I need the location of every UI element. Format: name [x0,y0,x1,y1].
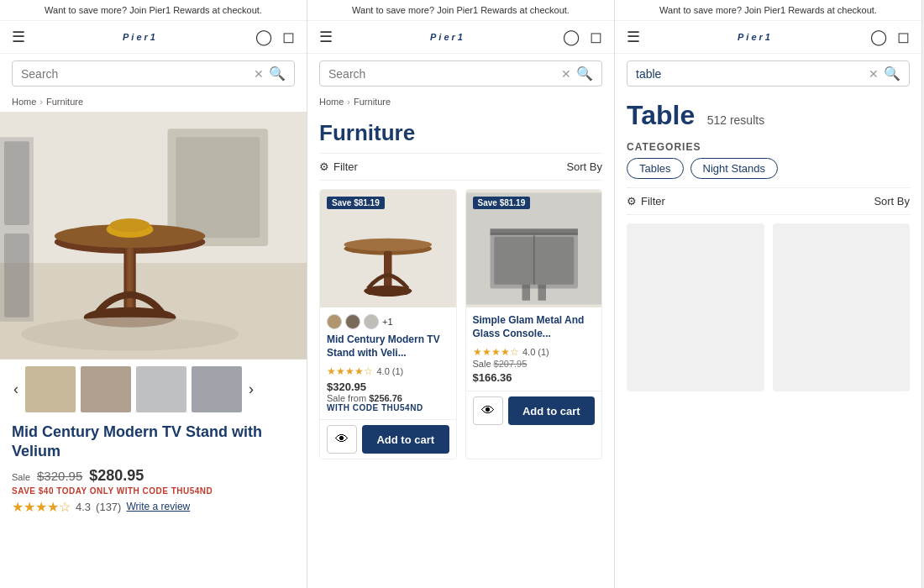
search-input-2[interactable] [328,67,556,81]
product-card-body-2: Simple Glam Metal And Glass Console... ★… [466,307,602,391]
search-results-header: Table 512 results [627,93,910,134]
quick-view-btn-2[interactable]: 👁 [473,396,503,425]
header-icons-1: ◯ ◻ [255,28,295,46]
review-count: (137) [96,501,121,513]
search-page-content: Table 512 results CATEGORIES Tables Nigh… [615,93,921,588]
search-clear-1[interactable]: ✕ [254,67,264,81]
filter-button-3[interactable]: ⚙ Filter [627,195,665,207]
sort-button-2[interactable]: Sort By [566,160,602,173]
price-sale: $280.95 [89,467,144,485]
svg-point-7 [110,218,150,232]
product-card-image-1: Save $81.19 [320,190,456,307]
search-submit-3[interactable]: 🔍 [884,66,900,81]
product-main-image [0,112,307,360]
svg-rect-26 [538,285,546,301]
swatch-1c[interactable] [364,314,379,329]
rating-number: 4.3 [76,501,91,513]
filter-bar-2: ⚙ Filter Sort By [319,153,602,181]
product-card-1: Save $81.19 +1 [319,189,457,459]
thumbnail-4[interactable] [192,366,242,412]
rating-row: ★★★★☆ 4.3 (137) Write a review [12,499,295,515]
search-submit-2[interactable]: 🔍 [576,66,593,81]
sort-button-3[interactable]: Sort By [874,195,910,207]
svg-rect-25 [522,285,530,301]
star-rating: ★★★★☆ [12,499,71,515]
search-submit-1[interactable]: 🔍 [269,66,286,81]
next-thumb-btn[interactable]: › [247,381,255,398]
breadcrumb-home-1[interactable]: Home [12,97,36,107]
header-icons-3: ◯ ◻ [870,28,910,46]
card-rating-2: 4.0 (1) [522,347,549,357]
cart-icon[interactable]: ◻ [282,28,295,46]
svg-rect-9 [124,248,136,315]
price-label: Sale [12,472,30,482]
furniture-page-content: Furniture ⚙ Filter Sort By Save $81.19 [307,112,614,588]
category-pills: Tables Night Stands [627,158,910,179]
search-input-3[interactable] [636,67,864,81]
account-icon-2[interactable]: ◯ [563,28,580,46]
logo-1: Pier1 [32,32,249,42]
card-rating-row-1: ★★★★☆ 4.0 (1) [327,363,449,378]
thumbnail-2[interactable] [81,366,131,412]
swatch-1b[interactable] [345,314,360,329]
svg-point-17 [344,239,433,251]
svg-rect-13 [4,141,29,225]
promo-bar-3: Want to save more? Join Pier1 Rewards at… [615,0,921,21]
category-pill-tables[interactable]: Tables [627,158,684,179]
product-image-svg [0,112,307,360]
add-to-cart-btn-1[interactable]: Add to cart [362,425,449,454]
breadcrumb-furniture-1[interactable]: Furniture [46,97,83,107]
hamburger-icon-2[interactable]: ☰ [319,28,333,46]
product-card-body-1: +1 Mid Century Modern TV Stand with Veli… [320,307,456,419]
breadcrumb-home-2[interactable]: Home [319,97,344,107]
logo-3: Pier1 [647,32,864,42]
promo-bar-2: Want to save more? Join Pier1 Rewards at… [307,0,614,21]
card-actions-2: 👁 Add to cart [466,391,602,430]
header-3: ☰ Pier1 ◯ ◻ [615,21,921,54]
category-pill-nightstands[interactable]: Night Stands [690,158,778,179]
thumbnail-1[interactable] [25,366,76,412]
quick-view-btn-1[interactable]: 👁 [327,425,357,454]
card-promo-code-1: WITH CODE THU54ND [327,403,449,412]
search-term-display: Table [627,100,695,130]
search-filter-bar: ⚙ Filter Sort By [627,187,910,215]
card-title-2: Simple Glam Metal And Glass Console... [473,314,596,340]
logo-2: Pier1 [339,32,556,42]
panel-product-detail: Want to save more? Join Pier1 Rewards at… [0,0,307,588]
swatch-1a[interactable] [327,314,342,329]
thumbnail-3[interactable] [136,366,186,412]
add-to-cart-btn-2[interactable]: Add to cart [508,396,596,425]
promo-bar-1: Want to save more? Join Pier1 Rewards at… [0,0,307,21]
card-price-1: $320.95 [327,381,449,393]
search-bar-2: ✕ 🔍 [319,60,602,87]
furniture-page-title: Furniture [319,112,602,153]
prev-thumb-btn[interactable]: ‹ [12,381,20,398]
panel-furniture-browse: Want to save more? Join Pier1 Rewards at… [307,0,615,588]
loading-card-2 [773,223,911,391]
filter-icon-3: ⚙ [627,195,637,207]
product-card-image-2: Save $81.19 [466,190,602,307]
account-icon-3[interactable]: ◯ [870,28,887,46]
account-icon[interactable]: ◯ [255,28,272,46]
hamburger-icon[interactable]: ☰ [12,28,25,46]
cart-icon-2[interactable]: ◻ [590,28,602,46]
breadcrumb-furniture-2[interactable]: Furniture [354,97,391,107]
hamburger-icon-3[interactable]: ☰ [627,28,640,46]
search-clear-3[interactable]: ✕ [869,67,879,81]
filter-button-2[interactable]: ⚙ Filter [319,160,358,173]
product-card-2: Save $81.19 Simple Glam Metal And Glass … [465,189,603,459]
cart-icon-3[interactable]: ◻ [897,28,910,46]
svg-point-11 [21,318,239,351]
swatch-more-1[interactable]: +1 [382,317,393,327]
color-swatches-1: +1 [327,314,449,329]
search-clear-2[interactable]: ✕ [561,67,571,81]
header-icons-2: ◯ ◻ [563,28,602,46]
filter-icon-2: ⚙ [319,160,329,173]
save-badge-2: Save $81.19 [473,197,531,209]
write-review-link[interactable]: Write a review [126,501,190,512]
breadcrumb-2: Home › Furniture [307,93,614,112]
panel-search-results: Want to save more? Join Pier1 Rewards at… [615,0,922,588]
price-original: $320.95 [37,469,82,483]
card-stars-2: ★★★★☆ [473,346,519,358]
search-input-1[interactable] [21,67,249,81]
